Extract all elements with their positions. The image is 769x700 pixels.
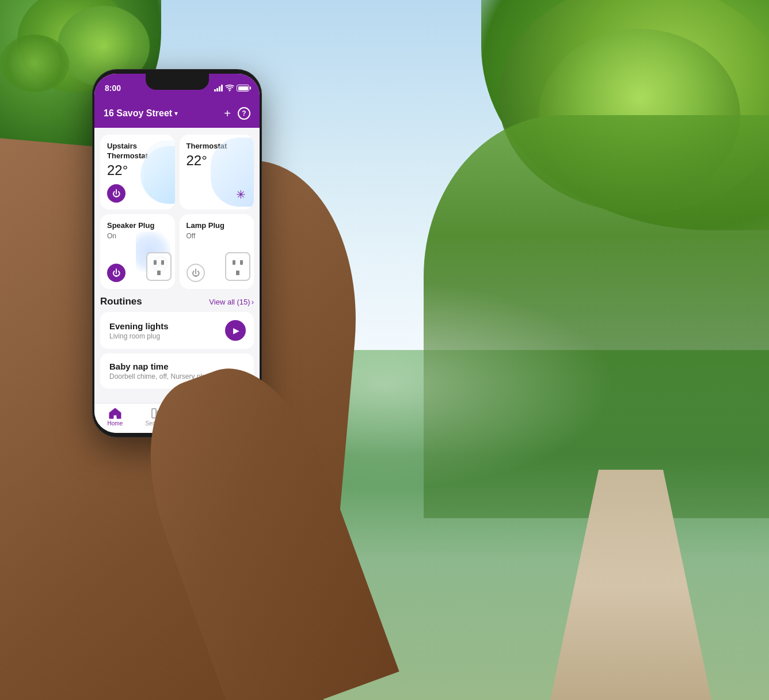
phone-notch [146,74,209,90]
power-button-speaker[interactable]: ⏻ [107,264,125,282]
device-card-thermostat[interactable]: Thermostat 22° ✳ [180,135,254,210]
leaf-cluster-3 [0,35,69,92]
nav-home[interactable]: Home [94,408,136,429]
routines-header: Routines View all (15) › [100,296,254,307]
chevron-down-icon: ▾ [174,109,178,117]
location-text: 16 Savoy Street [104,108,172,119]
view-all-label: View all (15) [209,298,250,306]
device-power-btn-upstairs[interactable]: ⏻ [107,184,125,203]
home-icon [109,408,121,419]
signal-icon [214,85,223,92]
device-card-speaker-plug[interactable]: ⊗ Speaker Plug On ⏻ [100,214,175,289]
device-power-btn-speaker[interactable]: ⏻ [107,264,125,282]
help-icon: ? [242,109,246,117]
app-header: 16 Savoy Street ▾ + ? [94,99,260,128]
device-power-btn-lamp[interactable]: ⏻ [186,264,205,282]
play-button-evening[interactable]: ▶ [225,320,246,341]
add-button[interactable]: + [224,108,231,119]
snowflake-icon: ✳ [236,188,246,201]
battery-icon [237,85,249,92]
device-card-upstairs-thermostat[interactable]: UpstairsThermostat 22° ⏻ [100,135,175,210]
power-button-lamp[interactable]: ⏻ [186,264,205,282]
thermostat-bg-deco [211,138,254,207]
socket-visual [146,252,172,281]
routine-info-evening: Evening lights Living room plug [109,321,225,340]
device-name-speaker: Speaker Plug [107,221,168,231]
content-area: UpstairsThermostat 22° ⏻ Thermostat [94,128,260,403]
device-name-lamp: Lamp Plug [186,221,248,231]
power-icon-lamp: ⏻ [192,268,200,277]
device-card-lamp-plug[interactable]: Lamp Plug Off ⏻ [180,214,254,289]
lamp-socket-visual [225,252,250,281]
header-actions: + ? [224,107,250,120]
routine-name-evening: Evening lights [109,321,225,331]
view-all-button[interactable]: View all (15) › [209,298,254,306]
help-button[interactable]: ? [238,107,250,120]
wifi-icon [225,85,234,92]
svg-point-0 [229,90,231,92]
routine-card-evening-lights[interactable]: Evening lights Living room plug ▶ [100,312,254,349]
power-icon-speaker: ⏻ [112,268,120,277]
header-location[interactable]: 16 Savoy Street ▾ [104,108,178,119]
chevron-right-icon: › [252,298,254,306]
nav-home-label: Home [108,420,123,427]
device-status-lamp: Off [186,232,248,240]
status-icons [214,85,249,92]
play-icon-evening: ▶ [233,326,239,335]
routine-desc-evening: Living room plug [109,332,225,340]
device-grid: UpstairsThermostat 22° ⏻ Thermostat [94,128,260,294]
power-icon-upstairs: ⏻ [112,189,120,198]
status-time: 8:00 [105,83,121,93]
power-button-upstairs[interactable]: ⏻ [107,184,125,203]
routines-title: Routines [100,296,142,307]
